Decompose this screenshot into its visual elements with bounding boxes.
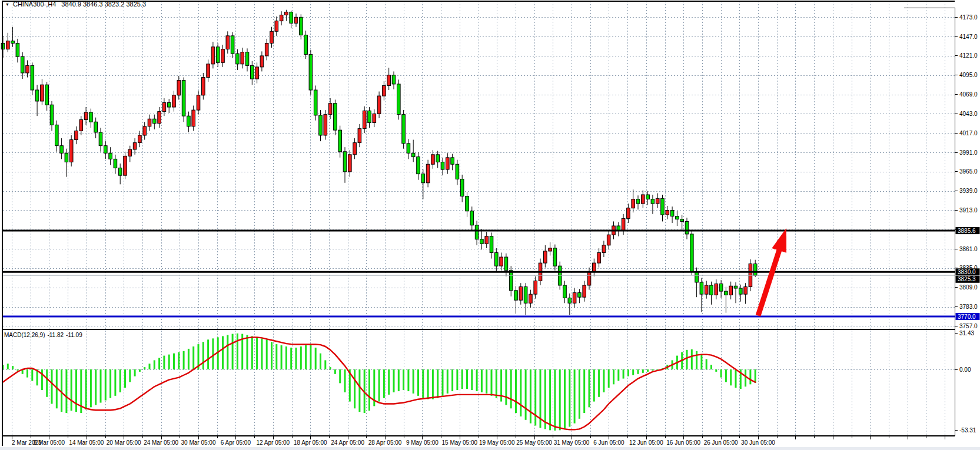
chart-window: 4173.04147.04121.04095.04069.04043.04017… xyxy=(0,0,980,450)
price-axis-label: 3861.0 xyxy=(959,246,978,252)
date-axis-label: 30 Jun 05:00 xyxy=(741,439,775,446)
price-badge-text: 3770.0 xyxy=(958,314,976,320)
price-axis-label: 3757.0 xyxy=(959,323,978,329)
price-badge-text: 3830.0 xyxy=(958,269,976,275)
price-badge-text: 3885.6 xyxy=(958,228,976,234)
date-axis-label: 25 May 05:00 xyxy=(516,439,552,446)
price-axis-label: 3939.0 xyxy=(959,188,978,194)
price-axis-label: 3991.0 xyxy=(959,149,978,156)
macd-signal-value: -11.09 xyxy=(66,332,82,338)
macd-value: -11.82 xyxy=(47,332,64,338)
date-axis-label: 26 Jun 05:00 xyxy=(704,439,738,446)
date-axis-label: 20 Mar 05:00 xyxy=(107,439,141,446)
price-axis-label: 4043.0 xyxy=(959,111,978,117)
price-axis-label: 4173.0 xyxy=(959,14,978,21)
date-axis-label: 12 Apr 05:00 xyxy=(256,439,290,446)
date-axis-label: 18 Apr 05:00 xyxy=(294,439,327,446)
date-axis-label: 14 Mar 05:00 xyxy=(69,439,104,446)
date-axis-label: 8 Mar 05:00 xyxy=(34,439,65,446)
date-axis-label: 24 Apr 05:00 xyxy=(331,439,364,446)
macd-indicator-label: MACD(12,26,9)-11.82-11.09 xyxy=(4,332,85,338)
date-axis-label: 31 May 05:00 xyxy=(554,439,590,446)
date-axis-label: 15 May 05:00 xyxy=(441,439,477,446)
price-axis-label: 3913.0 xyxy=(959,207,978,214)
price-axis-label: 4095.0 xyxy=(959,72,978,78)
symbol-period-label: CHINA300-,H4 xyxy=(13,1,56,8)
macd-axis-label: 0.00 xyxy=(959,366,971,373)
price-axis-label: 3809.0 xyxy=(959,284,978,291)
macd-name: MACD(12,26,9) xyxy=(4,332,45,338)
price-badge-text: 3825.3 xyxy=(958,276,976,282)
date-axis-label: 6 Apr 05:00 xyxy=(221,439,251,446)
date-axis-label: 6 Jun 05:00 xyxy=(593,439,624,446)
date-axis-label: 30 Mar 05:00 xyxy=(181,439,216,446)
symbol-dropdown-icon[interactable]: ▼ xyxy=(5,2,9,6)
macd-axis-label: 31.43 xyxy=(959,330,974,336)
macd-axis-label: -53.31 xyxy=(959,427,976,434)
price-axis-label: 4121.0 xyxy=(959,52,978,59)
price-chart-canvas[interactable]: 4173.04147.04121.04095.04069.04043.04017… xyxy=(0,0,980,450)
date-axis-label: 12 Jun 05:00 xyxy=(629,439,663,446)
price-axis-label: 3965.0 xyxy=(959,168,978,175)
date-axis-label: 16 Jun 05:00 xyxy=(666,439,700,446)
price-axis-label: 4147.0 xyxy=(959,34,978,40)
price-axis-label: 3783.0 xyxy=(959,304,978,310)
ohlc-values: 3840.9 3846.3 3823.2 3825.3 xyxy=(61,1,146,8)
price-axis-label: 4069.0 xyxy=(959,91,978,98)
date-axis-label: 24 Mar 05:00 xyxy=(144,439,178,446)
price-axis-label: 4017.0 xyxy=(959,130,978,136)
date-axis-label: 28 Apr 05:00 xyxy=(368,439,402,446)
chart-title: ▼CHINA300-,H43840.9 3846.3 3823.2 3825.3 xyxy=(4,1,146,8)
date-axis-label: 19 May 05:00 xyxy=(479,439,515,446)
date-axis-label: 9 May 05:00 xyxy=(406,439,438,446)
